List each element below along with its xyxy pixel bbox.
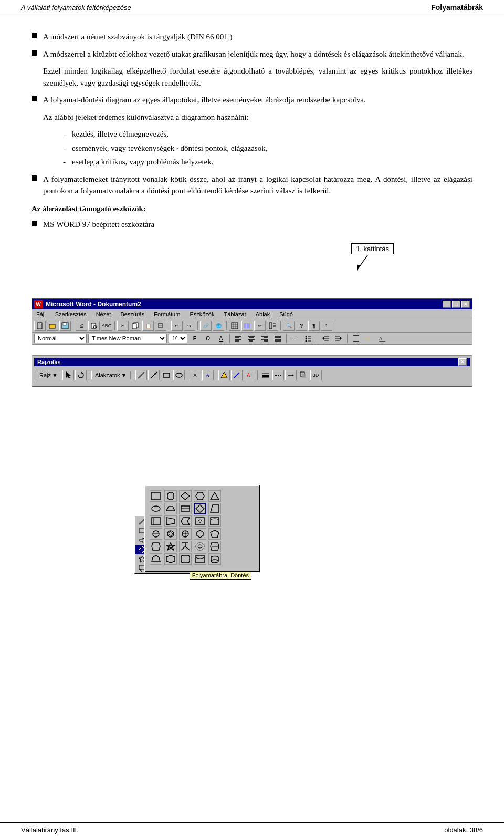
fill-color-button[interactable] [218,370,230,380]
shape-btn-2[interactable] [164,490,177,502]
menu-sugo[interactable]: Súgó [277,311,295,318]
drawing-toggle-button[interactable]: ✏ [254,321,266,331]
shape-btn-10[interactable] [208,503,221,514]
font-select[interactable]: Times New Roman [88,334,167,343]
threed-button[interactable]: 3D [310,370,322,380]
help-button[interactable]: ? [296,321,307,331]
close-button[interactable]: ✕ [461,301,470,308]
textbox-button[interactable]: A [190,370,201,380]
numbering-button[interactable]: 1. [289,334,301,343]
line-color-button[interactable] [231,370,243,380]
shape-btn-30[interactable] [208,553,221,565]
new-button[interactable] [34,321,46,331]
menu-ablak[interactable]: Ablak [254,311,272,318]
shape-btn-5[interactable] [208,490,221,502]
align-left-button[interactable] [233,334,244,343]
drawing-close-button[interactable]: ✕ [458,358,467,366]
paste-button[interactable]: 📋 [142,321,154,331]
shape-btn-12[interactable] [164,515,177,527]
table-button[interactable] [229,321,240,331]
shape-btn-17[interactable] [164,528,177,540]
style-select[interactable]: Normál [34,334,87,343]
spellcheck-button[interactable]: ABC [101,321,112,331]
alakzatok-dropdown[interactable]: Alakzatok ▼ [91,371,131,379]
shadow-button[interactable] [298,370,309,380]
rajz-dropdown[interactable]: Rajz ▼ [36,371,61,379]
border-button[interactable] [350,334,362,343]
oval-button[interactable] [173,370,185,380]
docmap-button[interactable] [267,321,278,331]
highlight-button[interactable]: A [363,334,375,343]
copy-button[interactable] [130,321,141,331]
italic-button[interactable]: D [202,334,214,343]
rotate-button[interactable] [75,370,87,380]
cut-button[interactable]: ✂ [117,321,129,331]
cursor-button[interactable] [62,370,74,380]
shape-btn-11[interactable] [150,515,162,527]
line-style-button[interactable] [260,370,271,380]
shape-btn-dontes[interactable] [194,503,206,514]
ruler-button[interactable]: 1 [321,321,332,331]
line-button[interactable] [135,370,147,380]
arrow-style-button[interactable] [285,370,297,380]
shape-btn-20[interactable] [208,528,221,540]
shape-btn-15[interactable] [208,515,221,527]
shape-btn-4[interactable] [194,490,206,502]
dash-style-button[interactable] [272,370,284,380]
menu-szerkesztes[interactable]: Szerkesztés [53,311,89,318]
menu-formatum[interactable]: Formátum [152,311,182,318]
justify-button[interactable] [272,334,284,343]
size-select[interactable]: 10 [169,334,187,343]
menu-beszuras[interactable]: Beszúrás [118,311,146,318]
pilcrow-button[interactable]: ¶ [308,321,320,331]
save-button[interactable] [59,321,71,331]
bullets-button[interactable] [302,334,314,343]
decrease-indent-button[interactable] [320,334,331,343]
shape-btn-13[interactable] [179,515,192,527]
underline-button[interactable]: A [215,334,227,343]
open-button[interactable] [47,321,58,331]
shape-btn-23[interactable] [179,541,192,552]
menu-fajl[interactable]: Fájl [34,311,48,318]
shape-btn-25[interactable] [208,541,221,552]
maximize-button[interactable]: □ [452,301,460,308]
rectangle-button[interactable] [161,370,172,380]
shape-btn-3[interactable] [179,490,192,502]
menu-eszkozok[interactable]: Eszközök [187,311,216,318]
shape-btn-18[interactable] [179,528,192,540]
shape-btn-24[interactable] [194,541,206,552]
shape-btn-1[interactable] [150,490,162,502]
font-color-button[interactable]: A [376,334,388,343]
shape-btn-16[interactable] [150,528,162,540]
shape-btn-8[interactable] [179,503,192,514]
shape-btn-21[interactable] [150,541,162,552]
web-toolbar-button[interactable]: 🌐 [213,321,224,331]
columns-button[interactable] [242,321,253,331]
arrow-button[interactable] [148,370,160,380]
undo-button[interactable]: ↩ [171,321,183,331]
menu-tablazat[interactable]: Táblázat [222,311,248,318]
shape-btn-26[interactable] [150,553,162,565]
zoom-button[interactable]: 🔍 [283,321,295,331]
shape-btn-28[interactable] [179,553,192,565]
align-right-button[interactable] [259,334,270,343]
shape-btn-6[interactable] [150,503,162,514]
minimize-button[interactable]: _ [443,301,451,308]
shape-btn-29[interactable] [194,553,206,565]
shape-btn-19[interactable] [194,528,206,540]
redo-button[interactable]: ↪ [184,321,195,331]
paste-special-button[interactable] [155,321,166,331]
menu-nezet[interactable]: Nézet [94,311,113,318]
print-preview-button[interactable] [88,321,100,331]
wordart-button[interactable]: A [202,370,214,380]
shape-btn-7[interactable] [164,503,177,514]
hyperlink-button[interactable]: 🔗 [200,321,212,331]
increase-indent-button[interactable] [333,334,344,343]
shape-btn-27[interactable] [164,553,177,565]
bold-button[interactable]: F [189,334,201,343]
font-color-btn2[interactable]: A [244,370,255,380]
shape-btn-22[interactable] [164,541,177,552]
shape-btn-14[interactable] [194,515,206,527]
align-center-button[interactable] [246,334,257,343]
print-button[interactable]: 🖨 [76,321,87,331]
